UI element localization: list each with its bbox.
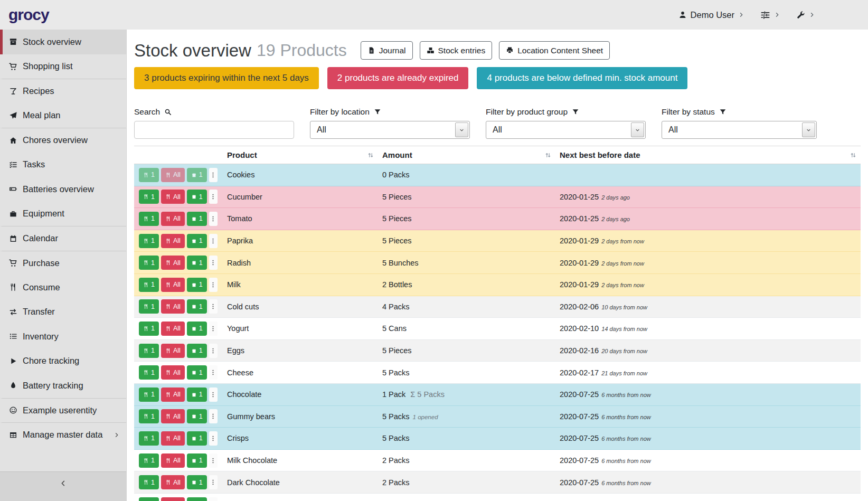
status-banner-products-expiring-within[interactable]: 3 products expiring within the next 5 da… <box>134 67 319 89</box>
row-menu-button[interactable] <box>209 212 218 226</box>
consume-all-button[interactable]: All <box>161 475 185 489</box>
consume-all-button[interactable]: All <box>161 212 185 226</box>
row-menu-button[interactable] <box>209 409 218 423</box>
open-one-button[interactable]: 1 <box>187 299 207 314</box>
consume-one-button[interactable]: 1 <box>139 365 159 380</box>
consume-all-button[interactable]: All <box>161 234 185 248</box>
consume-one-button[interactable]: 1 <box>139 168 159 182</box>
app-logo[interactable]: grocy <box>8 6 49 24</box>
open-one-button[interactable]: 1 <box>187 475 207 489</box>
row-menu-button[interactable] <box>209 322 218 336</box>
consume-all-button[interactable]: All <box>161 453 185 468</box>
consume-one-button[interactable]: 1 <box>139 344 159 358</box>
row-menu-button[interactable] <box>209 234 218 248</box>
consume-one-button[interactable]: 1 <box>139 497 159 501</box>
status-banner-products-are-already[interactable]: 2 products are already expired <box>327 67 469 89</box>
open-one-button[interactable]: 1 <box>187 409 207 423</box>
filter-by-product-group-select[interactable]: All <box>486 121 646 139</box>
admin-menu[interactable] <box>796 11 815 20</box>
open-one-button[interactable]: 1 <box>187 256 207 270</box>
row-menu-button[interactable] <box>209 431 218 446</box>
filter-by-status-select[interactable]: All <box>662 121 817 139</box>
sidebar-item-stock-overview[interactable]: Stock overview <box>0 30 126 54</box>
consume-one-button[interactable]: 1 <box>139 234 159 248</box>
open-one-button[interactable]: 1 <box>187 278 207 292</box>
sidebar-item-equipment[interactable]: Equipment <box>0 202 126 226</box>
sidebar-item-shopping-list[interactable]: Shopping list <box>0 54 126 79</box>
consume-all-button[interactable]: All <box>161 256 185 270</box>
consume-one-button[interactable]: 1 <box>139 475 159 489</box>
row-menu-button[interactable] <box>209 475 218 489</box>
consume-all-button[interactable]: All <box>161 278 185 292</box>
open-one-button[interactable]: 1 <box>187 212 207 226</box>
consume-all-button[interactable]: All <box>161 497 185 501</box>
settings-menu[interactable] <box>760 10 780 20</box>
filter-by-location-select[interactable]: All <box>310 121 470 139</box>
consume-one-button[interactable]: 1 <box>139 190 159 204</box>
consume-one-button[interactable]: 1 <box>139 453 159 468</box>
sidebar-item-tasks[interactable]: Tasks <box>0 153 126 177</box>
open-one-button[interactable]: 1 <box>187 234 207 248</box>
row-menu-button[interactable] <box>209 256 218 270</box>
sidebar-item-manage-master-data[interactable]: Manage master data <box>0 422 126 447</box>
consume-all-button[interactable]: All <box>161 322 185 336</box>
consume-one-button[interactable]: 1 <box>139 431 159 446</box>
open-one-button[interactable]: 1 <box>187 190 207 204</box>
search-input[interactable] <box>134 121 294 139</box>
consume-all-button[interactable]: All <box>161 344 185 358</box>
sidebar-item-transfer[interactable]: Transfer <box>0 300 126 325</box>
row-menu-button[interactable] <box>209 344 218 358</box>
stock-entries-button[interactable]: Stock entries <box>420 41 493 60</box>
open-one-button[interactable]: 1 <box>187 497 207 501</box>
row-menu-button[interactable] <box>209 497 218 501</box>
sidebar-item-recipes[interactable]: Recipes <box>0 79 126 103</box>
row-menu-button[interactable] <box>209 278 218 292</box>
consume-one-button[interactable]: 1 <box>139 278 159 292</box>
open-one-button[interactable]: 1 <box>187 344 207 358</box>
consume-one-button[interactable]: 1 <box>139 256 159 270</box>
status-banner-products-are-below[interactable]: 4 products are below defined min. stock … <box>477 67 687 89</box>
open-one-button[interactable]: 1 <box>187 387 207 402</box>
row-menu-button[interactable] <box>209 299 218 314</box>
open-one-button[interactable]: 1 <box>187 431 207 446</box>
sidebar-item-battery-tracking[interactable]: Battery tracking <box>0 373 126 398</box>
row-menu-button[interactable] <box>209 190 218 204</box>
location-content-sheet-button[interactable]: Location Content Sheet <box>499 41 610 60</box>
consume-all-button[interactable]: All <box>161 299 185 314</box>
row-menu-button[interactable] <box>209 168 218 182</box>
user-menu[interactable]: Demo User <box>678 10 744 20</box>
sidebar-item-example-userentity[interactable]: Example userentity <box>0 398 126 423</box>
sidebar-item-inventory[interactable]: Inventory <box>0 324 126 349</box>
consume-all-button[interactable]: All <box>161 190 185 204</box>
sidebar-item-consume[interactable]: Consume <box>0 275 126 300</box>
journal-button[interactable]: Journal <box>361 41 413 60</box>
consume-all-button[interactable]: All <box>161 168 185 182</box>
column-header-product[interactable]: Product <box>223 146 378 164</box>
sidebar-collapse-button[interactable] <box>0 471 126 501</box>
consume-all-button[interactable]: All <box>161 365 185 380</box>
open-one-button[interactable]: 1 <box>187 453 207 468</box>
row-menu-button[interactable] <box>209 365 218 380</box>
sidebar-item-calendar[interactable]: Calendar <box>0 226 126 251</box>
column-header-next-best-before-date[interactable]: Next best before date <box>555 146 861 164</box>
sidebar-item-chore-tracking[interactable]: Chore tracking <box>0 349 126 374</box>
row-menu-button[interactable] <box>209 453 218 468</box>
filter-by-location: Filter by locationAll <box>310 106 470 139</box>
open-one-button[interactable]: 1 <box>187 322 207 336</box>
column-header-amount[interactable]: Amount <box>378 146 555 164</box>
consume-all-button[interactable]: All <box>161 409 185 423</box>
consume-one-button[interactable]: 1 <box>139 387 159 402</box>
open-one-button[interactable]: 1 <box>187 365 207 380</box>
consume-all-button[interactable]: All <box>161 431 185 446</box>
consume-one-button[interactable]: 1 <box>139 409 159 423</box>
sidebar-item-chores-overview[interactable]: Chores overview <box>0 128 126 153</box>
sidebar-item-meal-plan[interactable]: Meal plan <box>0 103 126 128</box>
consume-all-button[interactable]: All <box>161 387 185 402</box>
consume-one-button[interactable]: 1 <box>139 212 159 226</box>
sidebar-item-batteries-overview[interactable]: Batteries overview <box>0 177 126 202</box>
row-menu-button[interactable] <box>209 387 218 402</box>
sidebar-item-purchase[interactable]: Purchase <box>0 251 126 276</box>
open-one-button[interactable]: 1 <box>187 168 207 182</box>
consume-one-button[interactable]: 1 <box>139 322 159 336</box>
consume-one-button[interactable]: 1 <box>139 299 159 314</box>
